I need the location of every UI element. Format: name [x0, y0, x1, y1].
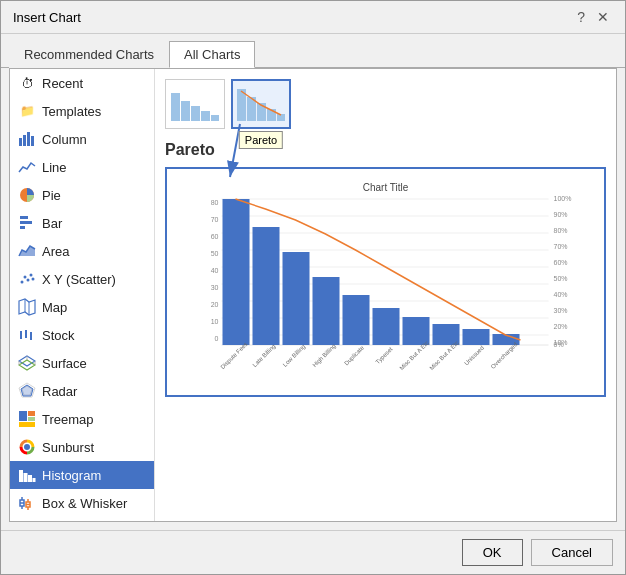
svg-rect-2	[27, 132, 30, 146]
svg-rect-35	[28, 411, 35, 416]
svg-rect-39	[19, 470, 23, 482]
sidebar-item-pie[interactable]: Pie	[10, 181, 154, 209]
bar-icon	[18, 214, 36, 232]
svg-text:50%: 50%	[554, 275, 568, 282]
sidebar-item-waterfall[interactable]: Waterfall	[10, 517, 154, 521]
line-icon	[18, 158, 36, 176]
svg-rect-110	[373, 308, 400, 345]
sidebar-label-line: Line	[42, 160, 67, 175]
svg-rect-65	[181, 101, 190, 121]
sidebar-item-map[interactable]: Map	[10, 293, 154, 321]
svg-rect-107	[283, 252, 310, 345]
chart-thumbnails: Pareto	[165, 79, 606, 129]
svg-rect-41	[28, 475, 32, 482]
svg-rect-1	[23, 135, 26, 146]
sidebar-item-templates[interactable]: Templates	[10, 97, 154, 125]
svg-text:60%: 60%	[554, 259, 568, 266]
sidebar-item-sunburst[interactable]: Sunburst	[10, 433, 154, 461]
svg-marker-27	[19, 360, 35, 370]
sunburst-icon	[18, 438, 36, 456]
sidebar-item-histogram[interactable]: Histogram	[10, 461, 154, 489]
svg-rect-7	[20, 226, 25, 229]
svg-rect-68	[211, 115, 219, 121]
svg-rect-64	[171, 93, 180, 121]
svg-rect-108	[313, 277, 340, 345]
svg-text:40%: 40%	[554, 291, 568, 298]
sidebar-item-recent[interactable]: Recent	[10, 69, 154, 97]
sidebar-label-scatter: X Y (Scatter)	[42, 272, 116, 287]
svg-rect-0	[19, 138, 22, 146]
sidebar-item-boxwhisker[interactable]: Box & Whisker	[10, 489, 154, 517]
title-bar-controls: ? ✕	[573, 9, 613, 25]
sidebar: Recent Templates Column Line	[10, 69, 155, 521]
svg-marker-14	[19, 299, 35, 315]
svg-text:60: 60	[211, 233, 219, 240]
sidebar-label-recent: Recent	[42, 76, 83, 91]
pareto-thumb[interactable]: Pareto	[231, 79, 291, 129]
insert-chart-dialog: Insert Chart ? ✕ Recommended Charts All …	[0, 0, 626, 575]
pie-icon	[18, 186, 36, 204]
sidebar-label-sunburst: Sunburst	[42, 440, 94, 455]
column-icon	[18, 130, 36, 148]
dialog-body: Recent Templates Column Line	[9, 68, 617, 522]
svg-rect-42	[33, 478, 36, 482]
svg-point-12	[30, 274, 33, 277]
sidebar-label-map: Map	[42, 300, 67, 315]
svg-text:0: 0	[215, 335, 219, 342]
map-icon	[18, 298, 36, 316]
sidebar-item-bar[interactable]: Bar	[10, 209, 154, 237]
svg-text:80%: 80%	[554, 227, 568, 234]
svg-rect-109	[343, 295, 370, 345]
tab-recommended[interactable]: Recommended Charts	[9, 41, 169, 68]
pareto-thumb-svg	[235, 83, 287, 125]
svg-rect-36	[28, 417, 35, 421]
svg-rect-73	[277, 114, 285, 121]
ok-button[interactable]: OK	[462, 539, 523, 566]
sidebar-item-radar[interactable]: Radar	[10, 377, 154, 405]
pareto-chart-svg: Chart Title 80 70 60 50 40 30 20 10 0 10…	[175, 177, 596, 387]
svg-rect-106	[253, 227, 280, 345]
sidebar-item-treemap[interactable]: Treemap	[10, 405, 154, 433]
svg-point-13	[32, 278, 35, 281]
area-icon	[18, 242, 36, 260]
templates-icon	[18, 102, 36, 120]
boxwhisker-icon	[18, 494, 36, 512]
radar-icon	[18, 382, 36, 400]
sidebar-label-column: Column	[42, 132, 87, 147]
preview-area: Chart Title 80 70 60 50 40 30 20 10 0 10…	[165, 167, 606, 397]
help-button[interactable]: ?	[573, 9, 589, 25]
dialog-title: Insert Chart	[13, 10, 81, 25]
svg-text:20%: 20%	[554, 323, 568, 330]
tab-all-charts[interactable]: All Charts	[169, 41, 255, 68]
svg-text:70: 70	[211, 216, 219, 223]
sidebar-label-pie: Pie	[42, 188, 61, 203]
svg-text:30: 30	[211, 284, 219, 291]
sidebar-label-radar: Radar	[42, 384, 77, 399]
sidebar-item-scatter[interactable]: X Y (Scatter)	[10, 265, 154, 293]
content-area: Pareto Pareto Chart Title 80 70 60 50	[155, 69, 616, 521]
sidebar-item-area[interactable]: Area	[10, 237, 154, 265]
svg-text:50: 50	[211, 250, 219, 257]
stock-icon	[18, 326, 36, 344]
svg-text:90%: 90%	[554, 211, 568, 218]
sidebar-label-bar: Bar	[42, 216, 62, 231]
svg-rect-105	[223, 199, 250, 345]
sidebar-item-surface[interactable]: Surface	[10, 349, 154, 377]
svg-rect-67	[201, 111, 210, 121]
histogram-thumb-1[interactable]	[165, 79, 225, 129]
treemap-icon	[18, 410, 36, 428]
svg-point-11	[27, 279, 30, 282]
close-button[interactable]: ✕	[593, 9, 613, 25]
svg-text:100%: 100%	[554, 195, 572, 202]
cancel-button[interactable]: Cancel	[531, 539, 613, 566]
histogram-icon	[18, 466, 36, 484]
svg-rect-113	[463, 329, 490, 345]
svg-rect-3	[31, 136, 34, 146]
sidebar-item-stock[interactable]: Stock	[10, 321, 154, 349]
sidebar-item-line[interactable]: Line	[10, 153, 154, 181]
svg-text:0%: 0%	[554, 341, 564, 348]
sidebar-label-templates: Templates	[42, 104, 101, 119]
svg-text:20: 20	[211, 301, 219, 308]
sidebar-label-treemap: Treemap	[42, 412, 94, 427]
sidebar-item-column[interactable]: Column	[10, 125, 154, 153]
